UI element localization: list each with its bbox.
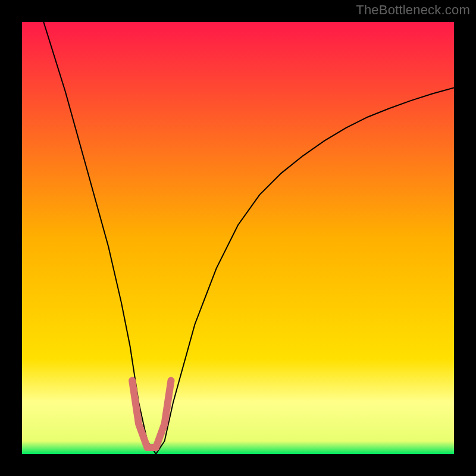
watermark-text: TheBottleneck.com — [356, 2, 470, 18]
chart-svg — [22, 22, 454, 454]
plot-area — [22, 22, 454, 454]
gradient-background — [22, 22, 454, 454]
chart-frame: TheBottleneck.com — [0, 0, 476, 476]
